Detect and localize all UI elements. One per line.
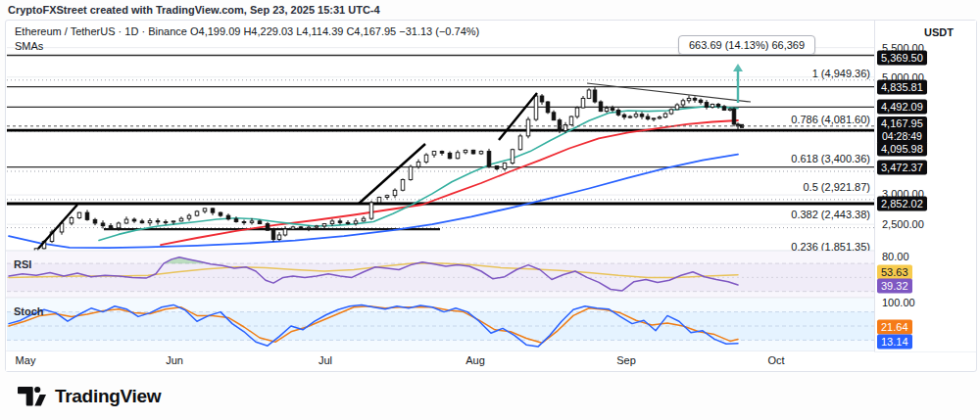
price-axis-label: 5,369.50 [877,51,927,66]
measure-tooltip-text: 663.69 (14.13%) 66,369 [689,39,805,51]
tradingview-logo-icon[interactable] [18,384,47,409]
rsi-value-label: 53.63 [877,265,912,280]
current-price-badge: 4,167.9504:28:49 [877,117,927,144]
time-axis[interactable]: MayJunJulAugSepOct [6,351,874,371]
watermark-text: CryptoFXStreet created with TradingView.… [8,4,380,16]
tradingview-brand[interactable]: TradingView [55,386,161,407]
stoch-value-label: 100.00 [882,297,915,308]
rsi-panel [7,252,874,299]
symbol-legend[interactable]: Ethereum / TetherUS · 1D · Binance O4,19… [15,25,479,37]
month-label-jun: Jun [166,354,183,366]
rsi-value-label: 39.32 [877,279,912,294]
chart-card: Ethereum / TetherUS · 1D · Binance O4,19… [5,20,977,372]
axis-currency-label: USDT [924,26,954,38]
price-axis-label: 2,852.02 [877,197,927,211]
price-axis-label: 4,095.98 [877,142,927,157]
indicator-legend-smas[interactable]: SMAs [15,40,43,52]
legend-separator: · [141,25,145,37]
stoch-value-label: 21.64 [877,320,912,335]
price-axis[interactable]: USDT 5,500.005,369.505,000.004,835.814,4… [874,21,976,351]
legend-separator: · [119,25,122,37]
measure-tooltip: 663.69 (14.13%) 66,369 [678,35,815,55]
footer: TradingView [18,384,161,409]
month-label-aug: Aug [466,354,485,366]
symbol-name[interactable]: Ethereum / TetherUS [15,25,116,37]
chart-canvas[interactable] [6,21,976,371]
price-axis-label: 4,492.09 [877,100,927,115]
change-value: −31.13 (−0.74%) [399,25,479,37]
price-axis-label: 2,500.00 [882,218,924,230]
ohlc-values: O4,199.09 H4,229.03 L4,114.39 C4,167.95 [190,25,396,37]
stoch-value-label: 13.14 [877,335,912,350]
trendline [499,93,537,140]
stoch-panel-title[interactable]: Stoch [14,305,44,317]
stoch-panel [7,299,874,352]
measure-arrow-head [733,64,743,71]
trendline [38,205,77,249]
interval-label[interactable]: 1D [124,25,138,37]
price-axis-label: 4,835.81 [877,80,927,95]
price-axis-label: 3,472.37 [877,161,927,175]
trendline [587,83,751,102]
rsi-panel-title[interactable]: RSI [14,258,31,270]
month-label-oct: Oct [767,354,784,366]
tradingview-chart-screenshot: CryptoFXStreet created with TradingView.… [0,0,980,420]
price-panel [7,48,874,263]
exchange-label[interactable]: Binance [148,25,187,37]
month-label-jul: Jul [318,354,332,366]
month-label-may: May [16,354,36,366]
rsi-value-label: 80.00 [882,251,909,262]
month-label-sep: Sep [616,354,636,366]
